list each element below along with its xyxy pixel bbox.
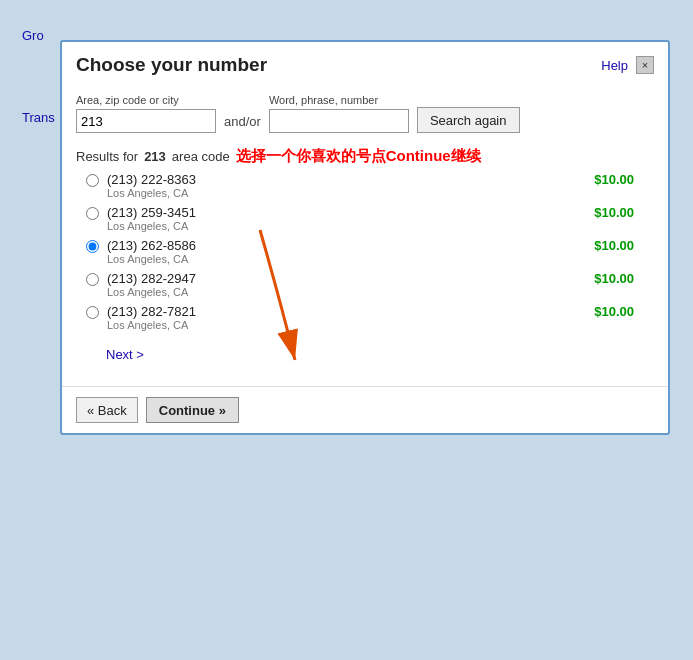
annotation-text: 选择一个你喜欢的号点Continue继续 <box>236 147 481 166</box>
phone-item: (213) 222-8363Los Angeles, CA$10.00 <box>86 172 654 199</box>
phone-item: (213) 262-8586Los Angeles, CA$10.00 <box>86 238 654 265</box>
radio-col <box>86 271 99 289</box>
continue-button[interactable]: Continue » <box>146 397 239 423</box>
phone-details: (213) 282-7821Los Angeles, CA <box>107 304 594 331</box>
phone-number: (213) 282-7821 <box>107 304 594 319</box>
phone-price: $10.00 <box>594 205 654 220</box>
phone-price: $10.00 <box>594 172 654 187</box>
radio-col <box>86 238 99 256</box>
phone-price: $10.00 <box>594 238 654 253</box>
help-link[interactable]: Help <box>601 58 628 73</box>
phone-price: $10.00 <box>594 271 654 286</box>
phone-location: Los Angeles, CA <box>107 187 594 199</box>
phone-number: (213) 259-3451 <box>107 205 594 220</box>
radio-col <box>86 304 99 322</box>
phrase-label: Word, phrase, number <box>269 94 409 106</box>
phone-location: Los Angeles, CA <box>107 286 594 298</box>
area-input[interactable] <box>76 109 216 133</box>
phone-location: Los Angeles, CA <box>107 319 594 331</box>
choose-number-dialog: Choose your number Help × Area, zip code… <box>60 40 670 435</box>
dialog-title: Choose your number <box>76 54 267 76</box>
phone-item: (213) 282-2947Los Angeles, CA$10.00 <box>86 271 654 298</box>
close-button[interactable]: × <box>636 56 654 74</box>
search-again-button[interactable]: Search again <box>417 107 520 133</box>
phrase-input[interactable] <box>269 109 409 133</box>
phone-details: (213) 222-8363Los Angeles, CA <box>107 172 594 199</box>
phone-location: Los Angeles, CA <box>107 253 594 265</box>
group-nav-link[interactable]: Gro <box>22 28 44 43</box>
phone-number: (213) 262-8586 <box>107 238 594 253</box>
phone-item: (213) 282-7821Los Angeles, CA$10.00 <box>86 304 654 331</box>
phone-location: Los Angeles, CA <box>107 220 594 232</box>
phone-details: (213) 262-8586Los Angeles, CA <box>107 238 594 265</box>
phone-details: (213) 282-2947Los Angeles, CA <box>107 271 594 298</box>
phone-item: (213) 259-3451Los Angeles, CA$10.00 <box>86 205 654 232</box>
area-label: Area, zip code or city <box>76 94 216 106</box>
results-area-code: 213 <box>144 149 166 164</box>
dialog-body: Area, zip code or city and/or Word, phra… <box>62 84 668 386</box>
dialog-footer: « Back Continue » <box>62 386 668 433</box>
phone-number: (213) 282-2947 <box>107 271 594 286</box>
next-link[interactable]: Next > <box>106 347 144 362</box>
phone-number: (213) 222-8363 <box>107 172 594 187</box>
phone-radio-4[interactable] <box>86 306 99 319</box>
back-button[interactable]: « Back <box>76 397 138 423</box>
phone-radio-3[interactable] <box>86 273 99 286</box>
radio-col <box>86 172 99 190</box>
phrase-field: Word, phrase, number <box>269 94 409 133</box>
results-suffix: area code <box>172 149 230 164</box>
phone-radio-2[interactable] <box>86 240 99 253</box>
phone-radio-1[interactable] <box>86 207 99 220</box>
trans-nav-link[interactable]: Trans <box>22 110 55 125</box>
dialog-header: Choose your number Help × <box>62 42 668 84</box>
radio-col <box>86 205 99 223</box>
results-header: Results for 213 area code 选择一个你喜欢的号点Cont… <box>76 147 654 166</box>
phone-list: (213) 222-8363Los Angeles, CA$10.00(213)… <box>86 172 654 331</box>
phone-price: $10.00 <box>594 304 654 319</box>
search-row: Area, zip code or city and/or Word, phra… <box>76 94 654 133</box>
andor-label: and/or <box>224 114 261 133</box>
area-field: Area, zip code or city <box>76 94 216 133</box>
phone-radio-0[interactable] <box>86 174 99 187</box>
header-right: Help × <box>601 56 654 74</box>
results-prefix: Results for <box>76 149 138 164</box>
phone-details: (213) 259-3451Los Angeles, CA <box>107 205 594 232</box>
